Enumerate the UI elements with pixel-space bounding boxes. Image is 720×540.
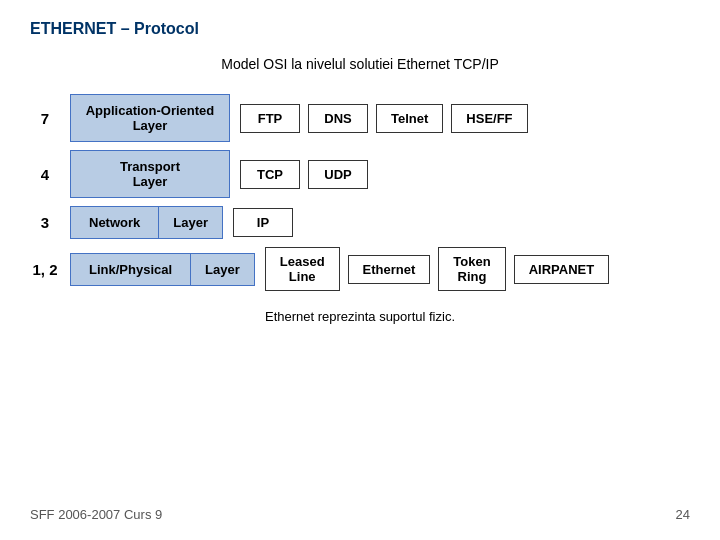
layer-box-4: TransportLayer	[70, 150, 230, 198]
proto-ftp: FTP	[240, 104, 300, 133]
layer-num-3: 3	[30, 214, 60, 231]
proto-leased-line: Leased Line	[265, 247, 340, 291]
proto-tcp: TCP	[240, 160, 300, 189]
proto-ip: IP	[233, 208, 293, 237]
osi-row-4: 4 TransportLayer TCP UDP	[30, 150, 690, 198]
page: ETHERNET – Protocol Model OSI la nivelul…	[0, 0, 720, 540]
osi-table: 7 Application-OrientedLayer FTP DNS Teln…	[30, 94, 690, 291]
proto-hseff: HSE/FF	[451, 104, 527, 133]
layer-num-4: 4	[30, 166, 60, 183]
footer-note: Ethernet reprezinta suportul fizic.	[30, 309, 690, 324]
layer-num-7: 7	[30, 110, 60, 127]
proto-telnet: Telnet	[376, 104, 443, 133]
layer-box-3: Network Layer	[70, 206, 223, 239]
layer-num-12: 1, 2	[30, 261, 60, 278]
proto-token-ring: Token Ring	[438, 247, 505, 291]
layer-box-7: Application-OrientedLayer	[70, 94, 230, 142]
protocol-boxes-7: FTP DNS Telnet HSE/FF	[240, 104, 528, 133]
footer-bottom: SFF 2006-2007 Curs 9 24	[0, 507, 720, 522]
proto-ethernet: Ethernet	[348, 255, 431, 284]
layer-box-12: Link/Physical Layer	[70, 253, 255, 286]
protocol-boxes-3: IP	[233, 208, 293, 237]
osi-row-12: 1, 2 Link/Physical Layer Leased Line Eth…	[30, 247, 690, 291]
footer-course: SFF 2006-2007 Curs 9	[30, 507, 162, 522]
proto-udp: UDP	[308, 160, 368, 189]
footer-page: 24	[676, 507, 690, 522]
protocol-boxes-12: Leased Line Ethernet Token Ring AIRPANET	[265, 247, 609, 291]
proto-dns: DNS	[308, 104, 368, 133]
osi-row-7: 7 Application-OrientedLayer FTP DNS Teln…	[30, 94, 690, 142]
subtitle: Model OSI la nivelul solutiei Ethernet T…	[30, 56, 690, 72]
protocol-boxes-4: TCP UDP	[240, 160, 368, 189]
proto-airpanet: AIRPANET	[514, 255, 609, 284]
osi-row-3: 3 Network Layer IP	[30, 206, 690, 239]
page-title: ETHERNET – Protocol	[30, 20, 690, 38]
